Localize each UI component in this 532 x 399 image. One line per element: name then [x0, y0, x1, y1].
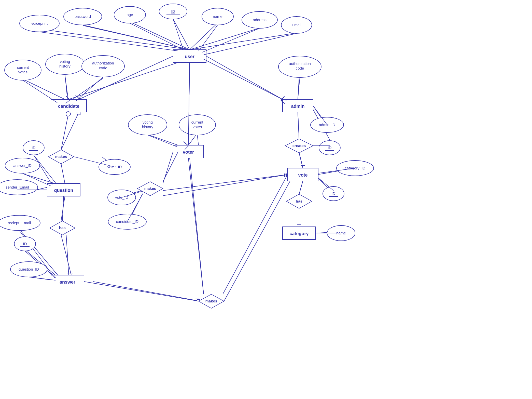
svg-text:votes: votes — [193, 125, 202, 129]
svg-line-92 — [39, 32, 178, 51]
attr-question-id: ID — [23, 141, 44, 155]
attr-current-votes-candidate: current votes — [5, 60, 41, 80]
svg-text:authorization: authorization — [289, 61, 311, 66]
svg-line-207 — [204, 59, 283, 99]
svg-text:votes: votes — [18, 70, 27, 74]
svg-text:question_ID: question_ID — [19, 267, 39, 271]
er-diagram-container: .entity rect { fill: white; stroke: #333… — [0, 0, 532, 399]
svg-text:name: name — [213, 14, 222, 19]
svg-text:ID: ID — [328, 145, 332, 150]
attr-vote-id2: ID — [323, 187, 344, 201]
svg-text:reciept_Email: reciept_Email — [8, 221, 31, 225]
svg-line-89 — [204, 33, 297, 55]
attr-password: password — [64, 8, 102, 25]
svg-line-197 — [190, 158, 204, 294]
attr-current-votes-voter: current votes — [179, 115, 216, 135]
entity-admin-label: admin — [291, 104, 304, 109]
entity-admin: admin — [283, 99, 313, 112]
entity-category-label: category — [289, 231, 309, 236]
svg-text:has: has — [59, 225, 66, 230]
svg-text:voiceprint: voiceprint — [31, 21, 48, 25]
svg-line-128 — [163, 152, 178, 182]
svg-line-100 — [65, 74, 67, 99]
svg-text:history: history — [142, 125, 153, 129]
svg-line-181 — [66, 235, 69, 275]
svg-text:makes: makes — [55, 154, 67, 159]
attr-user-name: name — [202, 8, 233, 25]
rel-has-vote-category: has — [286, 194, 312, 208]
attr-creates-id: ID — [319, 141, 340, 155]
svg-point-120 — [66, 112, 71, 116]
attr-sender-email: sender_Email — [0, 180, 38, 195]
svg-text:sender_Email: sender_Email — [6, 185, 29, 189]
attr-voiceprint: voiceprint — [20, 15, 59, 32]
attr-auth-code-candidate: authorization code — [82, 56, 124, 77]
svg-line-116 — [197, 135, 199, 145]
svg-text:ID: ID — [171, 9, 175, 14]
attr-reciept-email: reciept_Email — [0, 215, 40, 231]
svg-text:age: age — [127, 12, 133, 17]
svg-text:current: current — [17, 65, 29, 70]
attr-answer-id: answer_ID — [5, 158, 40, 173]
rel-creates: creates — [285, 139, 313, 153]
svg-line-73 — [83, 25, 190, 50]
attr-address: address — [242, 11, 277, 28]
entity-category: category — [283, 227, 316, 240]
svg-line-119 — [61, 112, 69, 150]
attr-auth-code-admin: authorization code — [278, 56, 321, 77]
er-diagram-labels: user candidate voter admin vote question… — [0, 0, 532, 399]
attr-answer-id2: ID — [14, 237, 36, 251]
svg-text:Email: Email — [292, 23, 301, 27]
entity-vote-label: vote — [298, 172, 307, 178]
svg-line-80 — [173, 19, 183, 50]
entity-user: user — [173, 50, 206, 62]
svg-text:authorization: authorization — [92, 61, 114, 65]
svg-line-112 — [148, 135, 178, 147]
svg-line-76 — [130, 23, 183, 50]
entity-answer-label: answer — [60, 280, 75, 285]
entity-candidate: candidate — [51, 99, 87, 112]
rel-makes-answer: makes — [199, 294, 224, 308]
svg-line-104 — [76, 77, 103, 101]
entity-vote: vote — [288, 168, 318, 181]
attr-voting-history-candidate: voting history — [46, 54, 84, 74]
svg-text:code: code — [296, 66, 304, 70]
entity-user-label: user — [185, 54, 194, 59]
attr-user-id: ID — [159, 4, 187, 19]
rel-makes-voter-vote: makes — [137, 182, 163, 196]
svg-text:history: history — [59, 64, 71, 68]
svg-text:makes: makes — [205, 299, 217, 303]
svg-text:creates: creates — [292, 143, 306, 148]
attr-email: Email — [281, 17, 312, 33]
attr-age: age — [114, 6, 146, 23]
svg-text:has: has — [296, 199, 302, 203]
svg-text:address: address — [253, 18, 266, 22]
svg-line-141 — [298, 112, 299, 139]
svg-text:ID: ID — [32, 145, 36, 150]
svg-line-96 — [23, 80, 57, 103]
svg-text:ID: ID — [332, 191, 335, 196]
entity-candidate-label: candidate — [58, 104, 79, 109]
svg-line-198 — [224, 181, 290, 301]
svg-line-130 — [163, 175, 288, 196]
svg-text:makes: makes — [144, 186, 156, 191]
svg-line-108 — [298, 77, 300, 99]
svg-line-195 — [84, 282, 199, 301]
svg-text:answer_ID: answer_ID — [13, 163, 32, 168]
svg-text:password: password — [75, 14, 91, 19]
svg-line-161 — [299, 181, 303, 194]
attr-question-id2: question_ID — [10, 262, 47, 277]
svg-text:ID: ID — [23, 242, 27, 246]
svg-text:code: code — [99, 66, 107, 70]
svg-text:voting: voting — [60, 59, 70, 64]
attr-voting-history-voter: voting history — [128, 115, 167, 135]
svg-text:current: current — [191, 120, 204, 124]
entity-question-label: question — [54, 188, 73, 193]
rel-has-question-answer: has — [50, 221, 75, 235]
entity-question: question — [47, 183, 80, 196]
svg-text:category_ID: category_ID — [345, 166, 366, 170]
svg-line-179 — [62, 196, 64, 221]
entity-voter-label: voter — [183, 150, 194, 155]
entity-answer: answer — [51, 275, 84, 288]
rel-makes-candidate-question: makes — [48, 150, 74, 164]
